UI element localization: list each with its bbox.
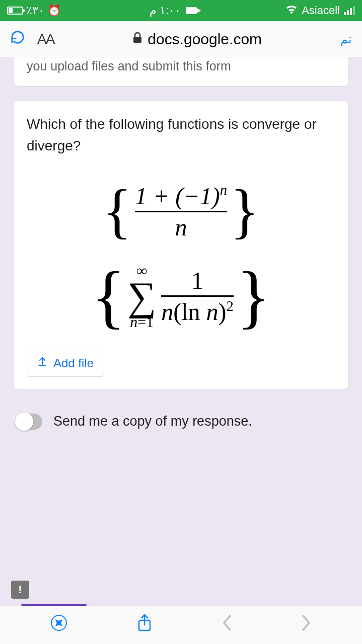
wifi-icon <box>285 4 298 17</box>
fraction-2: 1 n(ln n)2 <box>161 267 234 326</box>
expression-1: { 1 + (−1)n n } <box>103 182 259 241</box>
denominator-1: n <box>175 213 187 241</box>
right-brace-icon: } <box>237 279 270 314</box>
question-card: Which of the following functions is conv… <box>13 101 349 389</box>
camera-icon <box>186 7 197 14</box>
status-left: ٪٣٠ ⏰ <box>7 4 61 17</box>
compass-icon[interactable] <box>50 614 68 636</box>
previous-question-card: you upload files and submit this form <box>13 57 349 87</box>
forward-icon[interactable] <box>301 614 312 636</box>
back-icon[interactable] <box>221 614 232 636</box>
fraction-line <box>135 211 227 212</box>
status-time: ١:٠٠ م <box>150 4 181 17</box>
upload-hint-text: you upload files and submit this form <box>27 57 335 75</box>
upload-icon <box>37 356 47 370</box>
battery-icon <box>7 7 23 15</box>
expression-2: { ∞ ∑ n=1 1 n(ln n)2 } <box>92 263 270 330</box>
right-brace-icon: } <box>230 193 259 229</box>
url-text: docs.google.com <box>148 31 262 48</box>
url-display[interactable]: docs.google.com <box>66 31 328 48</box>
sigma-icon: ∑ <box>127 278 156 314</box>
exclamation-icon: ! <box>18 583 22 596</box>
status-bar: ٪٣٠ ⏰ ١:٠٠ م Asiacell <box>0 0 362 21</box>
signal-icon <box>344 6 355 15</box>
share-icon[interactable] <box>137 613 152 637</box>
math-expressions: { 1 + (−1)n n } { ∞ ∑ n=1 <box>27 177 335 345</box>
left-brace-icon: { <box>103 193 132 229</box>
carrier-label: Asiacell <box>302 4 340 17</box>
svg-rect-0 <box>133 37 141 43</box>
feedback-button[interactable]: ! <box>11 581 29 599</box>
lock-icon <box>132 32 142 47</box>
numerator-1: 1 + (−1)n <box>135 182 227 210</box>
form-page: you upload files and submit this form Wh… <box>0 57 362 606</box>
copy-response-label: Send me a copy of my response. <box>53 414 252 429</box>
browser-bottom-toolbar <box>0 606 362 644</box>
numerator-2: 1 <box>191 267 203 294</box>
left-brace-icon: { <box>92 279 125 314</box>
question-title: Which of the following functions is conv… <box>27 113 335 157</box>
status-right: Asiacell <box>285 4 355 17</box>
alarm-icon: ⏰ <box>47 4 61 17</box>
status-center: ١:٠٠ م <box>150 4 197 17</box>
text-size-aa-icon[interactable]: AA <box>37 31 54 47</box>
refresh-icon[interactable] <box>10 30 25 48</box>
denominator-2: n(ln n)2 <box>161 298 234 326</box>
browser-url-bar: AA docs.google.com تم <box>0 21 362 57</box>
fraction-line <box>161 295 234 297</box>
battery-percent: ٪٣٠ <box>26 4 44 17</box>
tabs-button[interactable]: تم <box>340 32 352 46</box>
summation-icon: ∞ ∑ n=1 <box>127 263 156 330</box>
copy-response-row: Send me a copy of my response. <box>13 414 349 430</box>
add-file-button[interactable]: Add file <box>27 350 104 377</box>
copy-response-toggle[interactable] <box>16 414 42 430</box>
fraction-1: 1 + (−1)n n <box>135 182 227 241</box>
add-file-label: Add file <box>53 356 94 370</box>
